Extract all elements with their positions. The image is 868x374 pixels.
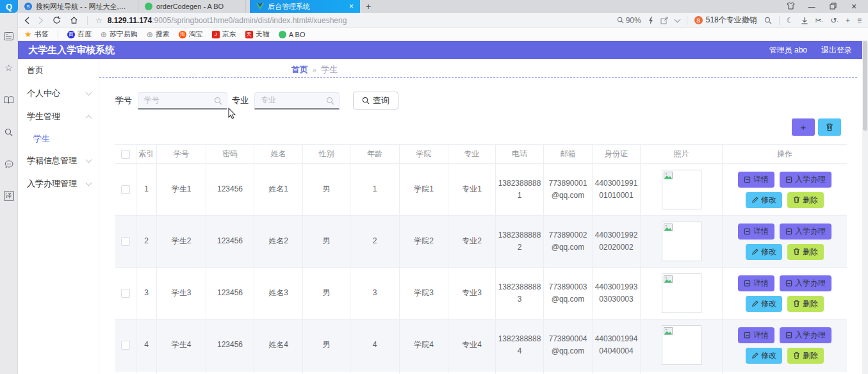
sidebar-item-enrollment-management[interactable]: 入学办理管理 <box>18 172 99 195</box>
browser-tab-sogou-nav[interactable]: S 搜狗网址导航 - - 网址大全,实用网址 <box>18 0 138 13</box>
major-label: 专业 <box>232 95 249 106</box>
delete-button[interactable]: 删除 <box>787 244 824 260</box>
query-button[interactable]: 查询 <box>353 92 398 110</box>
detail-button[interactable]: 详情 <box>738 275 774 291</box>
browser-tab-admin-active[interactable]: 后台管理系统 × <box>250 0 360 13</box>
zoom-level[interactable]: 90% <box>617 16 641 25</box>
delete-button[interactable]: 删除 <box>787 296 824 312</box>
detail-button[interactable]: 详情 <box>738 224 774 240</box>
bookmark-tmall[interactable]: 天天猫 <box>245 29 270 39</box>
scrollbar-thumb[interactable] <box>863 41 867 131</box>
bookmark-jd[interactable]: J京东 <box>212 29 236 39</box>
reload-icon[interactable] <box>53 16 61 24</box>
edit-button[interactable]: 修改 <box>746 348 782 364</box>
student-id-input[interactable]: 学号 <box>138 92 227 110</box>
flash-icon[interactable] <box>648 17 653 24</box>
cell-email <box>544 371 593 374</box>
favorites-star-icon[interactable]: ☆ <box>4 63 14 73</box>
enroll-button[interactable]: 入学办理 <box>780 224 831 240</box>
sidebar-item-personal-center[interactable]: 个人中心 <box>18 82 99 105</box>
screenshot-scissors-icon[interactable]: ✂· <box>815 16 824 25</box>
page-scrollbar[interactable] <box>862 41 868 374</box>
row-checkbox[interactable] <box>121 341 130 350</box>
bookmarks-label[interactable]: ★书签 <box>24 29 49 39</box>
enroll-button[interactable]: 入学办理 <box>780 327 831 343</box>
translate-icon[interactable]: 译 <box>4 191 14 201</box>
select-all-checkbox[interactable] <box>121 150 130 159</box>
back-icon[interactable] <box>24 17 29 24</box>
bookmark-suning[interactable]: ⊕苏宁易购 <box>101 29 138 39</box>
new-tab-button[interactable]: + <box>360 0 377 13</box>
chat-bubble-icon[interactable] <box>4 159 14 169</box>
minimize-icon[interactable]: — <box>804 3 819 10</box>
sidebar-item-student-management[interactable]: 学生管理 <box>18 105 99 128</box>
cell-age <box>350 371 400 374</box>
cell-email: 773890002@qq.com <box>544 216 593 267</box>
cell-index: 1 <box>136 164 157 215</box>
night-mode-icon[interactable]: ☾ <box>787 16 794 25</box>
close-window-icon[interactable]: ✕ <box>846 3 862 11</box>
cell-actions: 详情入学办理修改删除 <box>723 216 847 267</box>
delete-button[interactable]: 删除 <box>787 192 824 208</box>
enroll-button[interactable]: 入学办理 <box>780 172 831 188</box>
batch-delete-button[interactable] <box>818 118 841 136</box>
cell-major: 专业4 <box>448 320 496 371</box>
col-college: 学院 <box>400 145 448 163</box>
hot-search[interactable]: S 518个专业撤销 <box>694 15 757 26</box>
student-photo[interactable] <box>662 325 701 365</box>
cell-student-id: 学生4 <box>157 320 206 371</box>
reading-book-icon[interactable] <box>4 95 14 105</box>
main-content: 首页 » 学生 学号 学号 专业 专业 查询 + <box>99 59 862 374</box>
row-checkbox[interactable] <box>121 289 130 298</box>
bookmark-search[interactable]: ⊕搜索 <box>147 29 170 39</box>
tab-close-icon[interactable]: × <box>347 2 354 11</box>
bookmark-abo[interactable]: A BO <box>279 31 306 38</box>
search-icon[interactable] <box>764 17 772 24</box>
bookmark-taobao[interactable]: 淘淘宝 <box>179 29 203 39</box>
sidebar-item-home[interactable]: 首页 <box>18 59 99 82</box>
breadcrumb-home-link[interactable]: 首页 <box>291 64 308 76</box>
sidebar-item-student-status-management[interactable]: 学籍信息管理 <box>18 149 99 172</box>
download-icon[interactable] <box>801 17 808 24</box>
menu-icon[interactable]: ≡ <box>857 16 862 25</box>
detail-button[interactable]: 详情 <box>738 172 774 188</box>
major-input[interactable]: 专业 <box>254 92 340 110</box>
search-sidebar-icon[interactable] <box>4 127 14 137</box>
col-phone: 电话 <box>496 145 544 163</box>
forward-icon[interactable] <box>38 17 44 24</box>
chevron-down-icon[interactable] <box>674 16 680 22</box>
browser-address-bar: ☆ 8.129.11.174:9005/springboot1hme0/admi… <box>18 13 868 28</box>
detail-button[interactable]: 详情 <box>738 327 774 343</box>
edit-button[interactable]: 修改 <box>746 296 782 312</box>
url-zone[interactable]: ☆ 8.129.11.174:9005/springboot1hme0/admi… <box>95 16 617 25</box>
row-checkbox[interactable] <box>121 185 130 194</box>
cell-student-id: 学生3 <box>157 268 206 319</box>
undo-icon[interactable]: ↺· <box>830 16 839 25</box>
sidebar-item-student[interactable]: 学生 <box>18 128 99 149</box>
bookmark-baidu[interactable]: 百百度 <box>67 29 92 39</box>
enroll-button[interactable]: 入学办理 <box>780 275 831 291</box>
document-icon <box>744 332 751 339</box>
home-icon[interactable] <box>70 16 78 24</box>
sogou-browser-logo-icon[interactable]: Q <box>0 0 18 13</box>
student-photo[interactable] <box>662 170 701 209</box>
add-student-button[interactable]: + <box>792 118 815 136</box>
restore-icon[interactable] <box>825 3 840 11</box>
col-email: 邮箱 <box>544 145 593 163</box>
row-checkbox[interactable] <box>121 237 130 246</box>
bookmark-star-icon[interactable]: ☆ <box>95 16 102 25</box>
delete-button[interactable]: 删除 <box>787 348 824 364</box>
filter-bar: 学号 学号 专业 专业 查询 <box>115 92 862 110</box>
student-photo[interactable] <box>662 273 701 313</box>
edit-button[interactable]: 修改 <box>746 192 782 208</box>
add-icon[interactable]: + <box>846 16 850 25</box>
browser-tab-ordercodegen[interactable]: orderCodegen - A BO <box>138 0 246 13</box>
skin-icon[interactable] <box>783 2 798 11</box>
url-text[interactable]: 8.129.11.174:9005/springboot1hme0/admin/… <box>108 16 347 25</box>
feed-card-icon[interactable] <box>4 31 14 41</box>
edit-button[interactable]: 修改 <box>746 244 782 260</box>
share-icon[interactable] <box>660 17 668 24</box>
globe-icon: ⊕ <box>147 30 153 39</box>
logout-link[interactable]: 退出登录 <box>821 45 852 56</box>
student-photo[interactable] <box>662 222 701 261</box>
